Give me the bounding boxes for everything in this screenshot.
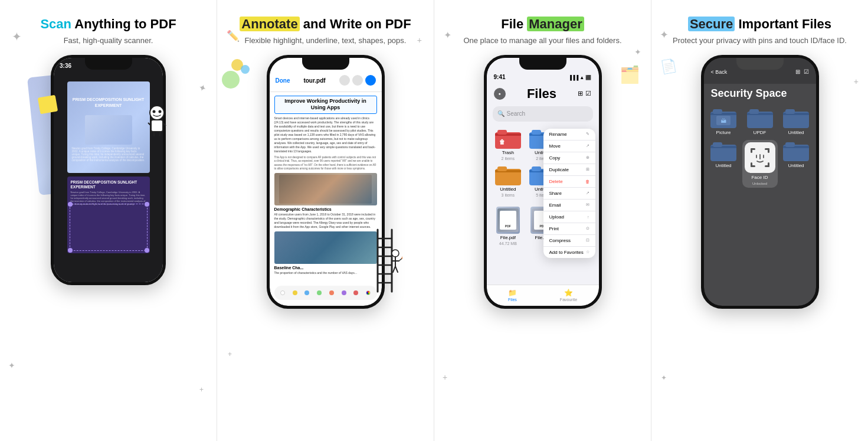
- panel-files: ✦ ✦ + 🗂️ File Manager One place to manag…: [434, 0, 651, 441]
- corner-br: [145, 248, 149, 253]
- menu-share-label: Share: [549, 191, 562, 196]
- menu-favorites[interactable]: Add to Favorites ☆: [543, 247, 595, 258]
- delete-icon: 🗑: [585, 179, 589, 184]
- svg-point-16: [392, 250, 399, 257]
- color-white[interactable]: [280, 290, 285, 295]
- tab-favourite[interactable]: ⭐ Favourite: [560, 289, 577, 302]
- compress-icon: ⊡: [586, 238, 589, 243]
- secure-select-icon[interactable]: ☑: [804, 68, 809, 75]
- svg-line-20: [395, 266, 398, 272]
- secure-back-btn[interactable]: < Back: [711, 69, 728, 75]
- secure-item-untitled-3[interactable]: Untitled: [782, 140, 810, 188]
- svg-rect-59: [751, 162, 752, 167]
- upload-icon: ↑: [587, 215, 589, 219]
- item-label-file-2: File.pdf: [500, 235, 516, 240]
- search-placeholder: Search: [507, 110, 526, 117]
- sticker-note: [38, 94, 58, 114]
- scan-phone-container: 3:36 Crop PRISM DECOMPOSITION SUNLIGHT E…: [51, 55, 166, 285]
- files-avatar[interactable]: ●: [494, 88, 506, 100]
- color-purple[interactable]: [342, 290, 346, 295]
- phone-notch-2: [302, 58, 349, 70]
- folder-orange-icon: [495, 164, 521, 185]
- deco-star-s2: +: [854, 77, 859, 86]
- secure-folder-updf-icon: [747, 107, 773, 128]
- svg-rect-52: [713, 142, 722, 147]
- menu-rename[interactable]: Rename ✎: [543, 129, 595, 141]
- menu-copy[interactable]: Copy ⊕: [543, 152, 595, 164]
- phone-notch-4: [736, 58, 784, 70]
- check-icon[interactable]: ☑: [585, 90, 591, 97]
- secure-item-u1-label: Untitled: [788, 130, 804, 135]
- secure-item-u2-label: Untitled: [715, 163, 731, 168]
- svg-rect-29: [532, 130, 541, 135]
- annot-done-btn[interactable]: Done: [276, 77, 290, 84]
- panel3-title: File Manager: [501, 17, 584, 32]
- color-blue[interactable]: [304, 290, 309, 295]
- phone-notch: [85, 58, 132, 70]
- files-tab-icon: 📁: [508, 289, 517, 297]
- menu-compress[interactable]: Compress ⊡: [543, 235, 595, 247]
- color-green[interactable]: [317, 290, 322, 295]
- deco-star-3: ✦: [8, 361, 15, 370]
- tab-files[interactable]: 📁 Files: [508, 289, 517, 302]
- duplicate-icon: ⊞: [586, 167, 589, 172]
- annotate-phone-container: Done tour.pdf Improve Working Productivi…: [267, 55, 385, 309]
- menu-duplicate[interactable]: Duplicate ⊞: [543, 164, 595, 176]
- menu-favorites-label: Add to Favorites: [549, 250, 584, 255]
- panel3-subtitle: One place to manage all your files and f…: [463, 35, 621, 46]
- secure-item-untitled-2[interactable]: Untitled: [710, 140, 738, 188]
- files-tab-label: Files: [508, 298, 517, 302]
- robot-character: [142, 102, 172, 143]
- item-label-untitled-3: Untitled: [500, 187, 516, 192]
- folder-trash-icon: 🗑: [495, 128, 521, 149]
- deco-star-f1: ✦: [444, 30, 451, 41]
- secure-item-faceid-sublabel: Unlocked: [752, 182, 767, 185]
- menu-move[interactable]: Move ↗: [543, 141, 595, 152]
- deco-star-f3: +: [443, 373, 447, 382]
- secure-item-faceid[interactable]: Face ID Unlocked: [742, 140, 778, 188]
- svg-text:🗑: 🗑: [499, 139, 505, 145]
- secure-item-picture[interactable]: 🏔 Picture: [710, 107, 738, 135]
- color-orange[interactable]: [329, 290, 334, 295]
- menu-upload[interactable]: Upload ↑: [543, 211, 595, 223]
- list-item[interactable]: Untitled 3 items: [493, 164, 524, 203]
- item-label-trash: Trash: [502, 150, 514, 155]
- secure-grid-icon[interactable]: ⊞: [795, 68, 800, 75]
- files-search-bar[interactable]: 🔍 Search: [493, 106, 593, 122]
- secure-folder-u1-icon: [783, 107, 809, 128]
- annot-icon-2[interactable]: [352, 75, 363, 86]
- menu-print[interactable]: Print ⊙: [543, 223, 595, 235]
- deco-star-2: ✦: [196, 81, 208, 94]
- deco-stamp: 🗂️: [620, 65, 640, 84]
- annot-icon-1[interactable]: [339, 75, 350, 86]
- share-icon: ↗: [586, 191, 589, 195]
- menu-delete[interactable]: Delete 🗑: [543, 176, 595, 188]
- svg-rect-41: [713, 109, 722, 114]
- panel-annotate: ✏️ + + Annotate and Write on PDF Flexibl…: [217, 0, 434, 441]
- secure-item-updf-label: UPDF: [754, 130, 767, 135]
- deco-star-f2: ✦: [634, 47, 641, 57]
- annot-avatar[interactable]: [365, 75, 376, 86]
- annot-heading: Improve Working Productivity in Using Ap…: [279, 98, 373, 112]
- menu-share[interactable]: Share ↗: [543, 188, 595, 200]
- files-view-icons: ⊞ ☑: [578, 90, 591, 97]
- panel1-subtitle: Fast, high-quality scanner.: [64, 35, 153, 46]
- secure-screen-title: Security Space: [704, 84, 816, 104]
- grid-view-icon[interactable]: ⊞: [578, 90, 583, 97]
- color-yellow[interactable]: [293, 290, 297, 295]
- menu-email[interactable]: Email ✉: [543, 200, 595, 211]
- secure-item-untitled-1[interactable]: Untitled: [782, 107, 810, 135]
- menu-compress-label: Compress: [549, 238, 571, 243]
- list-item[interactable]: 🗑 Trash 2 items: [493, 128, 524, 161]
- color-red[interactable]: [353, 290, 358, 295]
- panel4-title: Secure Important Files: [688, 17, 831, 32]
- move-icon: ↗: [586, 143, 589, 148]
- deco-cross-2: +: [228, 350, 232, 358]
- secure-folder-u2-icon: [710, 140, 736, 161]
- svg-rect-60: [768, 162, 769, 167]
- annot-body-2: All consecutive users from June 1, 2016 …: [274, 213, 377, 229]
- list-item[interactable]: PDF File.pdf 44.72 MB: [493, 207, 524, 246]
- deco-star-1: ✦: [12, 30, 22, 44]
- secure-item-updf[interactable]: UPDF: [742, 107, 778, 135]
- color-rainbow[interactable]: [366, 290, 371, 295]
